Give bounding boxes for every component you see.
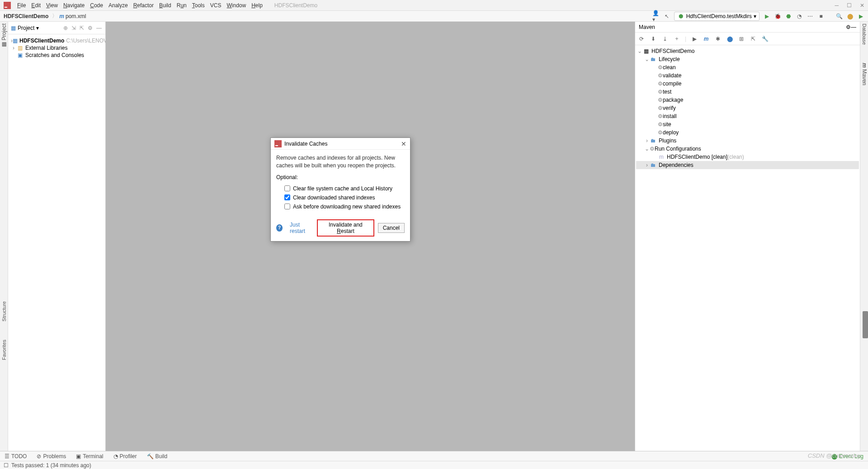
menu-vcs[interactable]: VCS	[208, 2, 224, 9]
maven-goal-validate[interactable]: ⚙ validate	[636, 71, 859, 80]
menu-file[interactable]: File	[14, 2, 28, 9]
cancel-button[interactable]: Cancel	[378, 223, 405, 233]
menu-help[interactable]: Help	[249, 2, 265, 9]
maven-tree[interactable]: ⌄▦HDFSClientDemo ⌄🖿Lifecycle ⚙ clean ⚙ v…	[635, 45, 860, 171]
menu-refactor[interactable]: Refactor	[131, 2, 156, 9]
add-config-icon[interactable]: 👤▾	[652, 13, 660, 20]
right-scrollbar-thumb[interactable]	[863, 311, 868, 338]
collapse-all-icon[interactable]: ⇱	[79, 25, 85, 31]
hide-icon[interactable]: —	[95, 25, 103, 31]
menu-window[interactable]: Window	[224, 2, 249, 9]
menu-build[interactable]: Build	[156, 2, 174, 9]
maven-goal-package[interactable]: ⚙ package	[636, 96, 859, 104]
checkbox-input[interactable]	[284, 194, 290, 200]
update-icon[interactable]: ▶	[857, 13, 864, 20]
menu-tools[interactable]: Tools	[189, 2, 208, 9]
maven-lifecycle[interactable]: ⌄🖿Lifecycle	[636, 55, 859, 63]
breadcrumb-root[interactable]: HDFSClientDemo	[4, 13, 48, 19]
gear-icon[interactable]: ⚙	[87, 25, 94, 31]
toggle-skip-tests-icon[interactable]: ⬤	[726, 35, 733, 43]
tab-problems[interactable]: ⊘Problems	[37, 453, 66, 460]
gear-icon: ⚙	[658, 97, 663, 103]
select-opened-file-icon[interactable]: ⊕	[62, 25, 69, 31]
maximize-icon[interactable]: ☐	[847, 2, 852, 9]
checkbox-input[interactable]	[284, 204, 290, 209]
hide-icon[interactable]: —	[851, 24, 856, 30]
reload-icon[interactable]: ⟳	[638, 35, 645, 43]
checkbox-clear-fs-cache[interactable]: Clear file system cache and Local Histor…	[276, 184, 405, 193]
add-icon[interactable]: ＋	[673, 35, 680, 43]
tab-terminal[interactable]: ▣Terminal	[76, 453, 103, 460]
run-maven-icon[interactable]: ▶	[691, 35, 698, 43]
folder-icon: ▦	[13, 38, 18, 44]
folder-icon: 🖿	[650, 56, 657, 62]
maven-toolbar: ⟳ ⬇ ⤓ ＋ | ▶ m ✱ ⬤ ⊞ ⇱ 🔧	[635, 33, 860, 45]
gear-icon[interactable]: ⚙	[846, 24, 851, 30]
dialog-body: Remove caches and indexes for all projec…	[271, 150, 410, 216]
profile-icon[interactable]: ◔	[796, 13, 803, 20]
minimize-icon[interactable]: ─	[835, 2, 839, 9]
right-tab-database[interactable]: Database	[862, 24, 867, 45]
toggle-offline-icon[interactable]: ✱	[714, 35, 722, 43]
menu-navigate[interactable]: Navigate	[61, 2, 87, 9]
debug-icon[interactable]: 🐞	[774, 13, 781, 20]
collapse-all-icon[interactable]: ⇱	[750, 35, 757, 43]
maven-goal-verify[interactable]: ⚙ verify	[636, 104, 859, 112]
maven-run-configs[interactable]: ⌄⚙ Run Configurations	[636, 145, 859, 153]
left-tab-project[interactable]: ▦ Project	[1, 24, 7, 48]
left-tab-structure[interactable]: Structure	[1, 301, 7, 322]
invalidate-and-restart-button[interactable]: Invalidate and Restart	[317, 219, 374, 237]
expand-all-icon[interactable]: ⇲	[71, 25, 77, 31]
project-tree[interactable]: › ▦ HDFSClientDemo C:\Users\LENOVO › ▥ E…	[8, 34, 105, 62]
execute-goal-icon[interactable]: m	[703, 35, 710, 43]
ide-errors-icon[interactable]: ⬤	[846, 13, 854, 20]
dialog-close-icon[interactable]: ✕	[401, 140, 406, 147]
run-icon[interactable]: ▶	[763, 13, 770, 20]
search-icon[interactable]: 🔍	[835, 13, 843, 20]
gear-icon: ⚙	[658, 72, 663, 79]
stop-icon[interactable]: ■	[817, 13, 825, 20]
checkbox-ask-before-download[interactable]: Ask before downloading new shared indexe…	[276, 202, 405, 211]
back-icon[interactable]: ↖	[663, 13, 670, 20]
chevron-right-icon[interactable]: ›	[11, 45, 16, 51]
close-icon[interactable]: ✕	[860, 2, 864, 9]
tree-row-scratches[interactable]: ▣ Scratches and Consoles	[10, 52, 104, 59]
maven-dependencies[interactable]: ›🖿Dependencies	[636, 161, 859, 169]
tab-build[interactable]: 🔨Build	[147, 453, 168, 460]
menu-run[interactable]: Run	[174, 2, 189, 9]
checkbox-input[interactable]	[284, 185, 290, 191]
tree-row-project-root[interactable]: › ▦ HDFSClientDemo C:\Users\LENOVO	[10, 37, 104, 44]
maven-goal-deploy[interactable]: ⚙ deploy	[636, 128, 859, 137]
menu-edit[interactable]: Edit	[28, 2, 43, 9]
generate-sources-icon[interactable]: ⬇	[650, 35, 657, 43]
coverage-icon[interactable]: ⬣	[785, 13, 792, 20]
maven-goal-install[interactable]: ⚙ install	[636, 112, 859, 120]
run-config-selector[interactable]: ⬢ HdfsClientDemo.testMkdirs ▾	[674, 12, 760, 21]
project-panel-title[interactable]: Project ▾	[18, 25, 39, 31]
download-sources-icon[interactable]: ⤓	[661, 35, 669, 43]
left-tab-favorites[interactable]: Favorites	[1, 340, 7, 360]
menu-analyze[interactable]: Analyze	[106, 2, 131, 9]
maven-plugins[interactable]: ›🖿Plugins	[636, 137, 859, 145]
show-dependencies-icon[interactable]: ⊞	[738, 35, 745, 43]
gear-icon: ⚙	[658, 113, 663, 119]
maven-settings-icon[interactable]: 🔧	[761, 35, 769, 43]
maven-goal-site[interactable]: ⚙ site	[636, 120, 859, 128]
breadcrumb-file[interactable]: pom.xml	[66, 13, 86, 19]
checkbox-clear-shared-indexes[interactable]: Clear downloaded shared indexes	[276, 193, 405, 202]
maven-goal-test[interactable]: ⚙ test	[636, 88, 859, 96]
tree-row-external-libraries[interactable]: › ▥ External Libraries	[10, 44, 104, 52]
tab-event-log[interactable]: ⬤Event Log	[831, 453, 863, 460]
right-tab-maven[interactable]: m Maven	[861, 63, 868, 85]
maven-goal-clean[interactable]: ⚙ clean	[636, 63, 859, 71]
maven-run-config-item[interactable]: mHDFSClientDemo [clean] (clean)	[636, 153, 859, 161]
tab-profiler[interactable]: ◔Profiler	[113, 453, 137, 460]
maven-root[interactable]: ⌄▦HDFSClientDemo	[636, 47, 859, 55]
menu-view[interactable]: View	[43, 2, 61, 9]
attach-icon[interactable]: ⋯	[807, 13, 814, 20]
just-restart-link[interactable]: Just restart	[290, 222, 313, 234]
help-icon[interactable]: ?	[276, 224, 283, 232]
tab-todo[interactable]: ☰TODO	[5, 453, 27, 460]
maven-goal-compile[interactable]: ⚙ compile	[636, 80, 859, 88]
menu-code[interactable]: Code	[87, 2, 106, 9]
